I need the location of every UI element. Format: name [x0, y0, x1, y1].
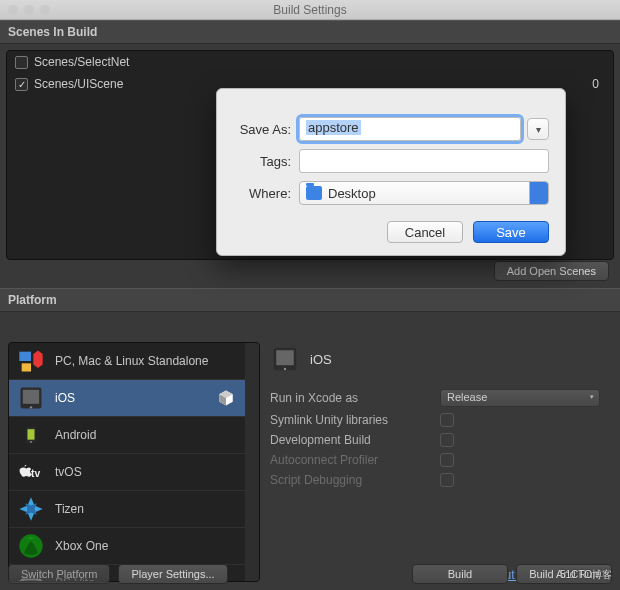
scenes-header: Scenes In Build	[0, 20, 620, 44]
platform-item-label: Xbox One	[55, 539, 108, 553]
ios-icon	[17, 386, 45, 410]
chevron-down-icon: ▾	[536, 124, 541, 135]
platform-list[interactable]: PC, Mac & Linux Standalone iOS Android t…	[8, 342, 260, 582]
switch-platform-button[interactable]: Switch Platform	[8, 564, 110, 584]
player-settings-button[interactable]: Player Settings...	[118, 564, 227, 584]
folder-icon	[306, 186, 322, 200]
save-as-input[interactable]: appstore	[299, 117, 521, 141]
platform-item-xboxone[interactable]: Xbox One	[9, 528, 259, 565]
run-in-xcode-select[interactable]: Release	[440, 389, 600, 407]
svg-text:tv: tv	[31, 468, 40, 479]
where-value: Desktop	[328, 186, 376, 201]
devbuild-label: Development Build	[270, 433, 440, 447]
where-select[interactable]: Desktop ▴▾	[299, 181, 549, 205]
tags-input[interactable]	[299, 149, 549, 173]
save-dialog: Save As: appstore ▾ Tags: Where: Desktop…	[216, 88, 566, 256]
platform-item-label: Android	[55, 428, 96, 442]
window-titlebar: Build Settings	[0, 0, 620, 20]
platform-item-label: iOS	[55, 391, 75, 405]
svg-rect-1	[22, 363, 31, 371]
bottom-toolbar: Switch Platform Player Settings... Build…	[0, 564, 620, 584]
ios-icon	[270, 346, 300, 372]
save-button[interactable]: Save	[473, 221, 549, 243]
svg-point-16	[284, 368, 287, 371]
cancel-button[interactable]: Cancel	[387, 221, 463, 243]
platform-item-label: Tizen	[55, 502, 84, 516]
autoconnect-label: Autoconnect Profiler	[270, 453, 440, 467]
tvos-icon: tv	[17, 460, 45, 484]
scene-index: 0	[592, 77, 605, 91]
symlink-checkbox[interactable]	[440, 413, 454, 427]
autoconnect-checkbox	[440, 453, 454, 467]
svg-point-7	[30, 441, 32, 443]
devbuild-checkbox[interactable]	[440, 433, 454, 447]
save-as-label: Save As:	[233, 122, 299, 137]
xbox-icon	[17, 534, 45, 558]
scene-label: Scenes/UIScene	[34, 77, 123, 91]
build-button[interactable]: Build	[412, 564, 508, 584]
scriptdbg-checkbox	[440, 473, 454, 487]
add-open-scenes-button[interactable]: Add Open Scenes	[494, 261, 609, 281]
run-in-xcode-label: Run in Xcode as	[270, 391, 440, 405]
svg-rect-0	[19, 352, 31, 361]
android-icon	[17, 423, 45, 447]
unity-current-icon	[217, 389, 235, 407]
scriptdbg-label: Script Debugging	[270, 473, 440, 487]
platform-item-standalone[interactable]: PC, Mac & Linux Standalone	[9, 343, 259, 380]
platform-item-ios[interactable]: iOS	[9, 380, 259, 417]
svg-point-4	[30, 406, 32, 408]
scene-label: Scenes/SelectNet	[34, 55, 129, 69]
platform-details: iOS Run in Xcode as Release Symlink Unit…	[270, 342, 612, 582]
platform-item-android[interactable]: Android	[9, 417, 259, 454]
platform-item-tvos[interactable]: tv tvOS	[9, 454, 259, 491]
platform-item-label: tvOS	[55, 465, 82, 479]
svg-rect-6	[28, 429, 35, 440]
scene-checkbox[interactable]	[15, 56, 28, 69]
symlink-label: Symlink Unity libraries	[270, 413, 440, 427]
scene-row[interactable]: Scenes/SelectNet	[7, 51, 613, 73]
window-title: Build Settings	[0, 3, 620, 17]
scene-checkbox[interactable]: ✓	[15, 78, 28, 91]
svg-rect-3	[23, 390, 39, 404]
platform-scrollbar[interactable]	[245, 343, 259, 581]
where-label: Where:	[233, 186, 299, 201]
details-title: iOS	[310, 352, 332, 367]
tizen-icon	[17, 497, 45, 521]
platform-header: Platform	[0, 288, 620, 312]
svg-rect-15	[276, 350, 294, 365]
platform-item-tizen[interactable]: Tizen	[9, 491, 259, 528]
updown-icon: ▴▾	[534, 185, 544, 201]
platform-item-label: PC, Mac & Linux Standalone	[55, 354, 208, 368]
build-and-run-button[interactable]: Build And Run	[516, 564, 612, 584]
tags-label: Tags:	[233, 154, 299, 169]
standalone-icon	[17, 349, 45, 373]
disclosure-button[interactable]: ▾	[527, 118, 549, 140]
